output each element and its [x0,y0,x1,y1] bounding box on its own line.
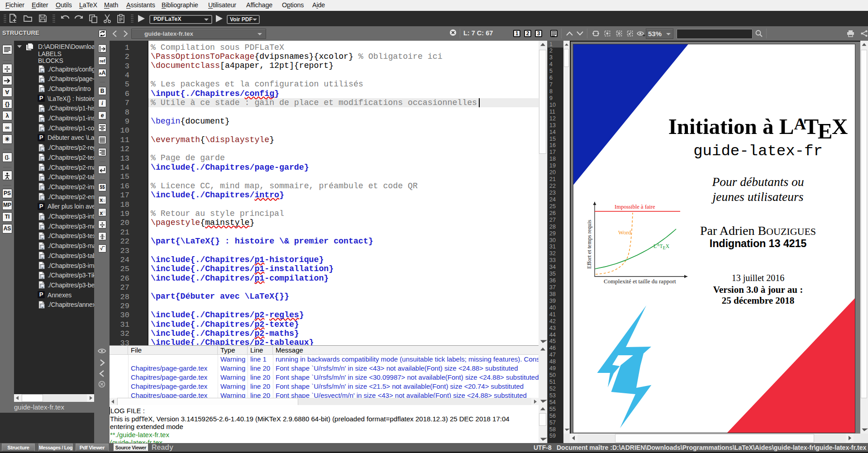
svg-text:LATEX: LATEX [653,243,670,250]
svg-text:Word: Word [618,229,631,236]
svg-text:Complexité et taille du rappor: Complexité et taille du rapport [604,278,676,285]
svg-text:Effort et temps requis: Effort et temps requis [586,219,592,269]
svg-text:Impossible à faire: Impossible à faire [615,204,655,210]
